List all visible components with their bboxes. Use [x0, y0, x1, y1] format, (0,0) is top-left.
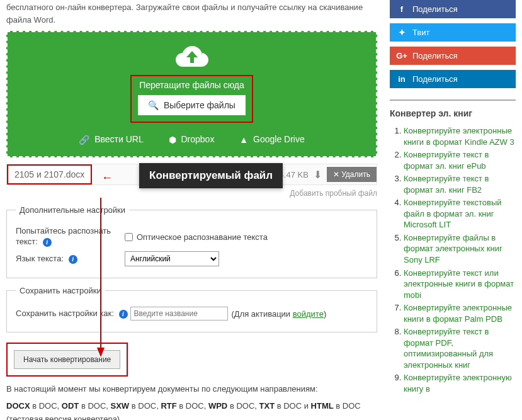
- save-settings-legend: Сохранить настройки: [16, 286, 105, 295]
- ebook-link[interactable]: Конвертируйте текст или электронные книг…: [404, 268, 514, 300]
- delete-label: Удалить: [341, 170, 370, 179]
- tooltip-overlay: Конвертируемый файл: [139, 163, 283, 188]
- save-name-input[interactable]: [130, 307, 228, 321]
- ebook-link[interactable]: Конвертируйте электронные книги в формат…: [404, 303, 512, 324]
- list-item: Конвертируйте текст или электронные книг…: [404, 268, 516, 301]
- share-linkedin-button[interactable]: in Поделиться: [390, 70, 516, 88]
- info-icon[interactable]: i: [119, 310, 128, 319]
- share-ln-label: Поделиться: [412, 74, 458, 84]
- login-link[interactable]: войдите: [293, 309, 324, 319]
- add-trial-file-link[interactable]: Добавить пробный файл: [6, 189, 377, 198]
- info-icon[interactable]: i: [69, 255, 77, 264]
- drag-text: Перетащите файлы сюда: [138, 80, 246, 90]
- cloud-upload-icon: [26, 45, 357, 70]
- drag-highlight-box: Перетащите файлы сюда 🔍 Выберите файлы: [130, 75, 253, 123]
- save-activation-note: (Для активации войдите): [232, 309, 327, 319]
- gdrive-link[interactable]: ▲ Google Drive: [239, 134, 304, 145]
- share-gplus-button[interactable]: G+ Поделиться: [390, 47, 516, 65]
- list-item: Конвертируйте текст в формат эл. книг FB…: [404, 173, 516, 195]
- language-select[interactable]: Английский: [125, 251, 219, 266]
- share-facebook-button[interactable]: f Поделиться: [390, 0, 516, 18]
- ebook-link[interactable]: Конвертируйте электронную книгу в: [404, 373, 512, 394]
- list-item: Конвертируйте текст в формат PDF, оптими…: [404, 326, 516, 370]
- dropbox-label: Dropbox: [181, 134, 214, 144]
- info-icon[interactable]: i: [43, 238, 52, 247]
- formats-list: DOCX в DOC, ODT в DOC, SXW в DOC, RTF в …: [6, 400, 377, 420]
- list-item: Конвертируйте электронную книгу в: [404, 372, 516, 394]
- enter-url-link[interactable]: 🔗 Ввести URL: [79, 134, 143, 145]
- list-item: Конвертируйте электронные книги в формат…: [404, 125, 516, 147]
- ebook-link[interactable]: Конвертируйте текстовый файл в формат эл…: [404, 198, 502, 229]
- facebook-icon: f: [396, 4, 407, 14]
- ocr-checkbox[interactable]: [125, 233, 133, 241]
- share-tw-label: Твит: [412, 28, 430, 37]
- linkedin-icon: in: [396, 74, 407, 84]
- search-icon: 🔍: [148, 100, 159, 110]
- twitter-icon: ✦: [396, 28, 407, 37]
- dropbox-link[interactable]: ⬢ Dropbox: [169, 134, 215, 145]
- download-icon: ⬇: [314, 169, 322, 181]
- delete-file-button[interactable]: ✕ Удалить: [327, 167, 377, 182]
- ocr-checkbox-label: Оптическое распознавание текста: [137, 232, 268, 242]
- list-item: Конвертируйте электронные книги в формат…: [404, 302, 516, 324]
- share-gp-label: Поделиться: [412, 51, 458, 60]
- formats-intro: В настоящий момент мы конвертируем докум…: [6, 383, 377, 396]
- choose-files-label: Выберите файлы: [164, 100, 235, 110]
- list-item: Конвертируйте текстовый файл в формат эл…: [404, 197, 516, 230]
- gdrive-icon: ▲: [239, 135, 248, 145]
- extra-settings-legend: Дополнительные настройки: [16, 205, 129, 215]
- ebook-converter-list: Конвертируйте электронные книги в формат…: [390, 125, 516, 395]
- ebook-link[interactable]: Конвертируйте текст в формат PDF, оптими…: [404, 327, 493, 370]
- trash-icon: ✕: [333, 170, 341, 179]
- save-as-label: Сохранить настройки как: i: [16, 309, 128, 319]
- source-links-row: 🔗 Ввести URL ⬢ Dropbox ▲ Google Drive: [26, 134, 357, 145]
- ocr-intro-label: Попытайтесь распознать текст: i: [16, 226, 113, 247]
- convert-highlight-box: Начать конвертирование: [6, 343, 128, 377]
- gdrive-label: Google Drive: [253, 134, 305, 144]
- file-name: 2105 и 2107.docx: [14, 169, 84, 179]
- ebook-link[interactable]: Конвертируйте электронные книги в формат…: [404, 126, 514, 147]
- ebook-link[interactable]: Конвертируйте текст в формат эл. книг eP…: [404, 150, 489, 171]
- arrow-left-icon: ←: [101, 171, 113, 184]
- intro-text: бесплатного он-лайн конвертера. Загружай…: [6, 0, 377, 26]
- list-item: Конвертируйте файлы в формат электронных…: [404, 232, 516, 266]
- dropbox-icon: ⬢: [169, 135, 176, 145]
- enter-url-label: Ввести URL: [94, 134, 144, 144]
- link-icon: 🔗: [79, 135, 89, 145]
- share-twitter-button[interactable]: ✦ Твит: [390, 23, 516, 42]
- ebook-link[interactable]: Конвертируйте текст в формат эл. книг FB…: [404, 174, 489, 195]
- ebook-link[interactable]: Конвертируйте файлы в формат электронных…: [404, 233, 502, 264]
- file-row: 2105 и 2107.docx ← 24.47 KB ⬇ ✕ Удалить …: [6, 164, 377, 185]
- gplus-icon: G+: [396, 51, 407, 60]
- list-item: Конвертируйте текст в формат эл. книг eP…: [404, 149, 516, 171]
- extra-settings-fieldset: Дополнительные настройки Попытайтесь рас…: [6, 205, 377, 278]
- choose-files-button[interactable]: 🔍 Выберите файлы: [138, 95, 246, 115]
- save-settings-fieldset: Сохранить настройки Сохранить настройки …: [6, 286, 377, 332]
- start-convert-button[interactable]: Начать конвертирование: [14, 350, 120, 369]
- share-fb-label: Поделиться: [412, 4, 458, 14]
- file-name-box: 2105 и 2107.docx: [7, 164, 92, 184]
- ebook-converter-heading: Конвертер эл. книг: [390, 99, 516, 123]
- dropzone[interactable]: Перетащите файлы сюда 🔍 Выберите файлы 🔗…: [6, 31, 377, 157]
- lang-label: Язык текста: i: [16, 254, 113, 264]
